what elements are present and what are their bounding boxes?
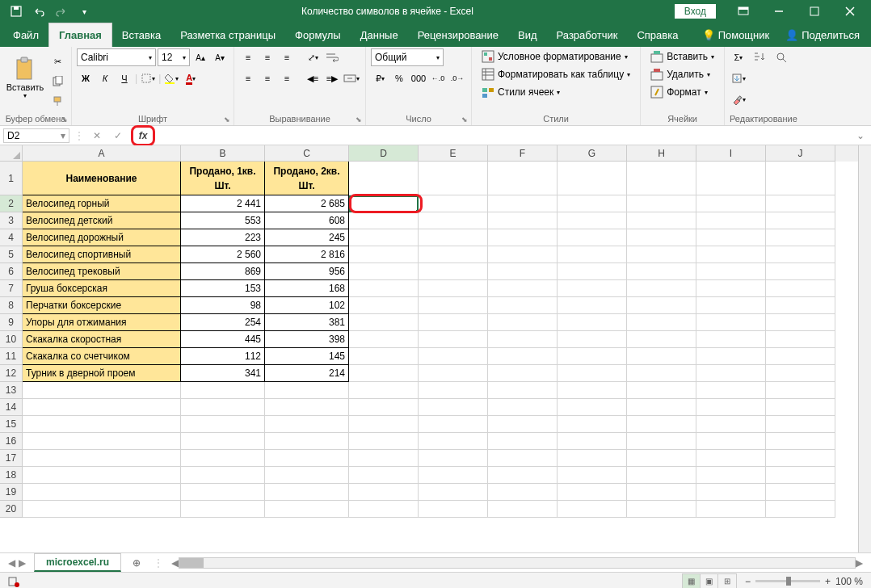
cell-F13[interactable] <box>488 382 558 399</box>
cell-D7[interactable] <box>349 280 419 297</box>
conditional-formatting-button[interactable]: Условное форматирование▾ <box>477 48 635 65</box>
cell-B5[interactable]: 2 560 <box>181 246 265 263</box>
row-header[interactable]: 12 <box>0 365 23 382</box>
cell-E16[interactable] <box>419 433 488 450</box>
cell-C3[interactable]: 608 <box>265 212 349 229</box>
cell-I19[interactable] <box>696 484 766 501</box>
format-cells-button[interactable]: Формат▾ <box>646 84 719 100</box>
cell-H2[interactable] <box>627 195 696 212</box>
cell-A18[interactable] <box>23 467 181 484</box>
cell-H4[interactable] <box>627 229 696 246</box>
cell-J15[interactable] <box>766 416 835 433</box>
column-header-J[interactable]: J <box>766 145 835 162</box>
format-painter-icon[interactable] <box>48 92 66 110</box>
cell-G17[interactable] <box>558 450 627 467</box>
fill-icon[interactable]: ▾ <box>730 69 747 87</box>
cell-A9[interactable]: Упоры для отжимания <box>23 314 181 331</box>
cell-C17[interactable] <box>265 450 349 467</box>
cell-A13[interactable] <box>23 382 181 399</box>
cell-J10[interactable] <box>766 331 835 348</box>
cell-A10[interactable]: Скакалка скоростная <box>23 331 181 348</box>
cell-J20[interactable] <box>766 501 835 518</box>
tell-me[interactable]: 💡Помощник <box>694 23 778 47</box>
cell-C6[interactable]: 956 <box>265 263 349 280</box>
tab-file[interactable]: Файл <box>3 23 48 47</box>
cell-I5[interactable] <box>696 246 766 263</box>
cell-I3[interactable] <box>696 212 766 229</box>
font-name-combo[interactable]: Calibri▾ <box>77 48 156 66</box>
percent-icon[interactable]: % <box>390 69 408 87</box>
cell-H7[interactable] <box>627 280 696 297</box>
cell-F8[interactable] <box>488 297 558 314</box>
cell-J19[interactable] <box>766 484 835 501</box>
cell-C7[interactable]: 168 <box>265 280 349 297</box>
cell-E18[interactable] <box>419 467 488 484</box>
cell-D8[interactable] <box>349 297 419 314</box>
cell-F11[interactable] <box>488 348 558 365</box>
cancel-icon[interactable]: ✕ <box>89 128 105 144</box>
cell-G8[interactable] <box>558 297 627 314</box>
cell-E6[interactable] <box>419 263 488 280</box>
cell-F17[interactable] <box>488 450 558 467</box>
cell-F3[interactable] <box>488 212 558 229</box>
cell-H6[interactable] <box>627 263 696 280</box>
login-button[interactable]: Вход <box>675 4 716 19</box>
cell-I6[interactable] <box>696 263 766 280</box>
row-header[interactable]: 8 <box>0 297 23 314</box>
row-header[interactable]: 3 <box>0 212 23 229</box>
save-icon[interactable] <box>10 5 23 18</box>
cell-D5[interactable] <box>349 246 419 263</box>
cell-E7[interactable] <box>419 280 488 297</box>
cell-I20[interactable] <box>696 501 766 518</box>
cell-B17[interactable] <box>181 450 265 467</box>
increase-decimal-icon[interactable]: ←.0 <box>429 69 447 87</box>
select-all-button[interactable] <box>0 145 23 162</box>
row-header[interactable]: 5 <box>0 246 23 263</box>
column-header-B[interactable]: B <box>181 145 265 162</box>
cell-A11[interactable]: Скакалка со счетчиком <box>23 348 181 365</box>
tab-data[interactable]: Данные <box>351 23 408 47</box>
cell-B18[interactable] <box>181 467 265 484</box>
cell-C10[interactable]: 398 <box>265 331 349 348</box>
name-box-dropdown-icon[interactable]: ▾ <box>61 130 65 141</box>
alignment-launcher-icon[interactable]: ⬊ <box>356 116 362 124</box>
cell-B15[interactable] <box>181 416 265 433</box>
cut-icon[interactable]: ✂ <box>48 53 66 71</box>
cell-I7[interactable] <box>696 280 766 297</box>
cell-J5[interactable] <box>766 246 835 263</box>
cell-D10[interactable] <box>349 331 419 348</box>
cell-B20[interactable] <box>181 501 265 518</box>
delete-cells-button[interactable]: Удалить▾ <box>646 66 719 82</box>
sheet-tab[interactable]: microexcel.ru <box>34 553 121 572</box>
cell-A17[interactable] <box>23 450 181 467</box>
tab-formulas[interactable]: Формулы <box>285 23 351 47</box>
cell-G4[interactable] <box>558 229 627 246</box>
page-layout-view-icon[interactable]: ▣ <box>701 574 718 589</box>
tab-insert[interactable]: Вставка <box>112 23 170 47</box>
cell-J17[interactable] <box>766 450 835 467</box>
cell-styles-button[interactable]: Стили ячеек▾ <box>477 84 635 100</box>
expand-formula-bar-icon[interactable]: ⌄ <box>853 130 868 141</box>
cell-D13[interactable] <box>349 382 419 399</box>
cell-G18[interactable] <box>558 467 627 484</box>
cell-I15[interactable] <box>696 416 766 433</box>
cell-G14[interactable] <box>558 399 627 416</box>
cell-H18[interactable] <box>627 467 696 484</box>
autosum-icon[interactable]: Σ▾ <box>730 48 747 66</box>
cell-G7[interactable] <box>558 280 627 297</box>
row-header[interactable]: 18 <box>0 467 23 484</box>
cell-B8[interactable]: 98 <box>181 297 265 314</box>
cell-F18[interactable] <box>488 467 558 484</box>
column-header-E[interactable]: E <box>419 145 488 162</box>
column-header-G[interactable]: G <box>558 145 627 162</box>
borders-icon[interactable]: ▾ <box>139 69 157 87</box>
cell-F20[interactable] <box>488 501 558 518</box>
cell-C15[interactable] <box>265 416 349 433</box>
tab-review[interactable]: Рецензирование <box>408 23 508 47</box>
cell-C9[interactable]: 381 <box>265 314 349 331</box>
cell-B19[interactable] <box>181 484 265 501</box>
row-header[interactable]: 20 <box>0 501 23 518</box>
orientation-icon[interactable]: ⤢▾ <box>304 48 322 66</box>
cell-I12[interactable] <box>696 365 766 382</box>
cell-F6[interactable] <box>488 263 558 280</box>
